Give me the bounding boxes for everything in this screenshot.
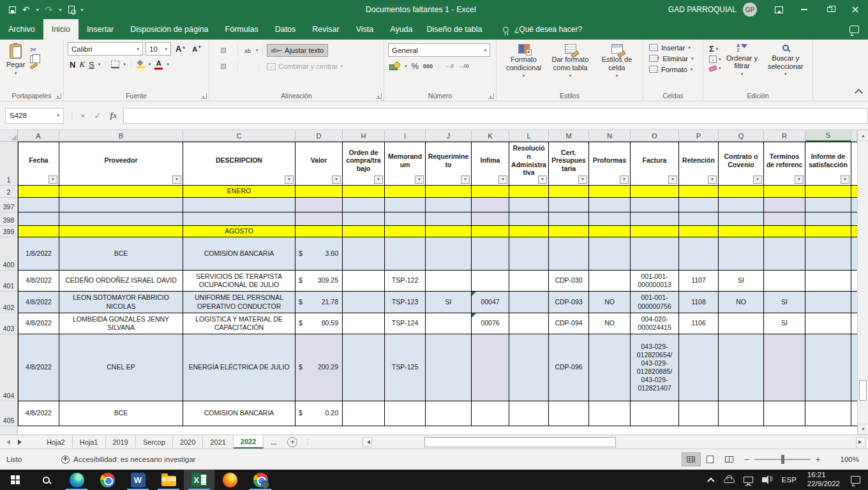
cell-M404[interactable]: CDP-096 xyxy=(549,334,589,401)
format-as-table-button[interactable]: Dar formato como tabla ▾ xyxy=(547,42,594,91)
cell-S401[interactable] xyxy=(805,271,851,292)
cell-O404[interactable]: 043-029-012820654/ 043-029-012820885/ 04… xyxy=(631,334,679,401)
cell-I397[interactable] xyxy=(385,198,426,212)
cell-N403[interactable]: NO xyxy=(589,313,631,334)
cell-A397[interactable] xyxy=(18,198,59,212)
cell-B399[interactable] xyxy=(59,226,183,237)
cell-partial-399[interactable] xyxy=(851,226,857,237)
cell-H403[interactable] xyxy=(343,313,385,334)
row-number-402[interactable]: 402 xyxy=(0,292,18,313)
cell-R399[interactable] xyxy=(764,226,805,237)
cell-O403[interactable]: 004-020-000024415 xyxy=(631,313,679,334)
cell-R400[interactable] xyxy=(764,237,805,271)
cell-K404[interactable] xyxy=(472,334,509,401)
cell-P404[interactable] xyxy=(679,334,719,401)
filter-button-H[interactable]: ▼ xyxy=(374,175,383,184)
taskbar-word[interactable]: W xyxy=(123,470,153,490)
cell-S402[interactable] xyxy=(805,292,851,313)
cell-O400[interactable] xyxy=(631,237,679,271)
find-select-button[interactable]: Buscar y seleccionar ▾ xyxy=(761,42,810,91)
cell-A2[interactable] xyxy=(18,186,59,198)
redo-dropdown-icon[interactable]: ▾ xyxy=(59,7,61,13)
cell-M400[interactable] xyxy=(549,237,589,271)
taskbar-chrome[interactable] xyxy=(92,470,123,490)
view-page-layout-button[interactable] xyxy=(701,452,720,466)
cell-S405[interactable] xyxy=(805,401,851,426)
cell-C399[interactable]: AGOSTO xyxy=(183,226,296,237)
filter-button-L[interactable]: ▼ xyxy=(538,175,547,184)
print-preview-icon[interactable] xyxy=(68,6,75,13)
cell-D404[interactable]: $200.29 xyxy=(296,334,343,401)
tell-me-search[interactable]: ¿Qué desea hacer? xyxy=(503,19,582,40)
column-header-B[interactable]: B xyxy=(59,130,183,142)
sheet-tab-hoja2[interactable]: Hoja2 xyxy=(40,435,73,449)
cell-C397[interactable] xyxy=(183,198,296,212)
row-number-2[interactable]: 2 xyxy=(0,186,18,198)
comments-icon[interactable] xyxy=(849,26,859,33)
hscroll-left-icon[interactable] xyxy=(363,437,372,447)
cell-L399[interactable] xyxy=(509,226,549,237)
cell-A404[interactable]: 4/8/2022 xyxy=(18,334,59,401)
cell-R398[interactable] xyxy=(764,212,805,226)
increase-indent-icon[interactable] xyxy=(250,64,255,69)
cell-N405[interactable] xyxy=(589,401,631,426)
horizontal-scroll-thumb[interactable] xyxy=(424,437,616,447)
sheet-tab-2021[interactable]: 2021 xyxy=(203,435,233,449)
filter-button-Q[interactable]: ▼ xyxy=(753,175,762,184)
ribbon-display-options-button[interactable] xyxy=(766,0,791,19)
cell-I405[interactable] xyxy=(385,401,426,426)
network-icon[interactable] xyxy=(739,470,758,490)
cell-K401[interactable] xyxy=(472,271,509,292)
sheet-tab-sercop[interactable]: Sercop xyxy=(136,435,173,449)
align-bottom-icon[interactable] xyxy=(228,48,234,53)
new-sheet-button[interactable]: + xyxy=(287,437,297,447)
cell-C398[interactable] xyxy=(183,212,296,226)
decrease-font-icon[interactable]: A▼ xyxy=(190,45,204,53)
cell-C403[interactable]: LOGÍSTICA Y MATERIAL DE CAPACITACIÓN xyxy=(183,313,296,334)
restore-button[interactable] xyxy=(817,0,842,19)
accounting-format-icon[interactable] xyxy=(389,62,400,70)
cell-O402[interactable]: 001-001-000000756 xyxy=(631,292,679,313)
cell-L400[interactable] xyxy=(509,237,549,271)
cell-M399[interactable] xyxy=(549,226,589,237)
number-format-select[interactable]: General▾ xyxy=(388,43,490,57)
cell-N398[interactable] xyxy=(589,212,631,226)
cell-D397[interactable] xyxy=(296,198,343,212)
cell-I404[interactable]: TSP-125 xyxy=(385,334,426,401)
cell-I403[interactable]: TSP-124 xyxy=(385,313,426,334)
cell-P399[interactable] xyxy=(679,226,719,237)
column-header-K[interactable]: K xyxy=(472,130,509,142)
cell-Q398[interactable] xyxy=(719,212,764,226)
cell-Q405[interactable] xyxy=(719,401,764,426)
taskbar-excel[interactable]: X xyxy=(184,470,214,490)
sheet-tab-2022[interactable]: 2022 xyxy=(234,435,264,449)
onedrive-icon[interactable] xyxy=(719,470,739,490)
cell-O397[interactable] xyxy=(631,198,679,212)
number-dialog-launcher[interactable] xyxy=(488,93,494,99)
cell-N402[interactable]: NO xyxy=(589,292,631,313)
sheet-tab-hoja1[interactable]: Hoja1 xyxy=(73,435,106,449)
column-header-C[interactable]: C xyxy=(183,130,296,142)
undo-dropdown-icon[interactable]: ▾ xyxy=(36,7,39,13)
cell-B401[interactable]: CEDEÑO ORDOÑEZ ISRAEL DAVID xyxy=(59,271,183,292)
merge-center-button[interactable]: ↔Combinar y centrar▾ xyxy=(263,61,347,72)
cell-L2[interactable] xyxy=(509,186,549,198)
sheet-tab-2020[interactable]: 2020 xyxy=(173,435,203,449)
font-color-button[interactable]: A xyxy=(154,60,163,70)
cell-R397[interactable] xyxy=(764,198,805,212)
align-middle-icon[interactable] xyxy=(221,48,226,53)
filter-button-M[interactable]: ▼ xyxy=(578,175,587,184)
row-number-1[interactable]: 1 xyxy=(0,142,18,186)
column-header-S[interactable]: S xyxy=(805,130,851,142)
name-box[interactable]: S428▾ xyxy=(5,108,64,124)
zoom-out-icon[interactable]: − xyxy=(739,454,754,464)
cell-H398[interactable] xyxy=(343,212,385,226)
close-button[interactable]: × xyxy=(842,0,868,19)
cut-icon[interactable]: ✂ xyxy=(30,45,38,54)
cell-H399[interactable] xyxy=(343,226,385,237)
cell-K400[interactable] xyxy=(472,237,509,271)
column-header-H[interactable]: H xyxy=(343,130,385,142)
column-header-Q[interactable]: Q xyxy=(719,130,764,142)
cell-C401[interactable]: SERVICIOS DE TERAPISTA OCUPACIONAL DE JU… xyxy=(183,271,296,292)
cell-J398[interactable] xyxy=(426,212,472,226)
